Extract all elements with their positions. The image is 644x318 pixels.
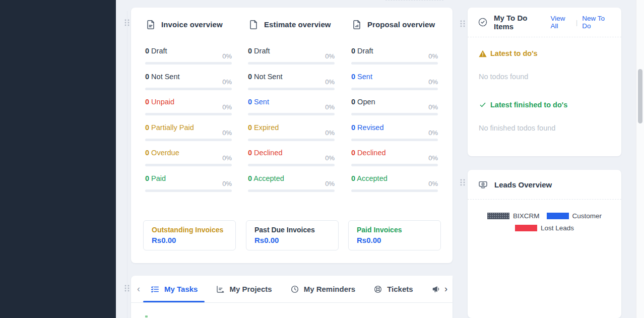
status-label: 0 Accepted bbox=[351, 174, 388, 182]
status-label: 0 Unpaid bbox=[145, 98, 174, 106]
status-label: 0 Overdue bbox=[145, 149, 179, 157]
status-progress-bar bbox=[351, 62, 438, 65]
estimate-file-icon bbox=[248, 19, 259, 32]
status-percent: 0% bbox=[325, 129, 335, 137]
summary-amount: Rs0.00 bbox=[152, 236, 227, 244]
status-percent: 0% bbox=[325, 78, 335, 86]
drag-handle-icon[interactable] bbox=[124, 19, 130, 27]
legend-item-bixcrm[interactable]: BIXCRM bbox=[487, 212, 540, 220]
status-row: 0 Declined0% bbox=[248, 149, 335, 174]
status-progress-bar bbox=[351, 88, 438, 90]
todo-card-header: My To Do Items View All | New To Do bbox=[468, 8, 621, 37]
status-percent: 0% bbox=[325, 103, 335, 111]
legend-label: BIXCRM bbox=[513, 212, 540, 220]
app-sidebar bbox=[0, 0, 116, 318]
status-progress-bar bbox=[145, 113, 232, 115]
status-label: 0 Expired bbox=[248, 123, 279, 132]
page-scrollbar-track[interactable] bbox=[636, 0, 644, 318]
tabs-scroll-left-icon[interactable]: ‹ bbox=[131, 284, 146, 294]
status-percent: 0% bbox=[222, 52, 232, 60]
status-progress-bar bbox=[248, 189, 335, 192]
overview-column-title: Proposal overview bbox=[367, 20, 435, 29]
tab-my-tasks[interactable]: My Tasks bbox=[150, 276, 198, 302]
tasks-icon bbox=[150, 285, 160, 294]
tab-tickets[interactable]: Tickets bbox=[373, 276, 413, 302]
status-count: 0 bbox=[248, 149, 252, 157]
status-label: 0 Partially Paid bbox=[145, 123, 194, 132]
status-label: 0 Paid bbox=[145, 174, 166, 182]
leads-card-header: Leads Overview bbox=[468, 170, 621, 200]
overview-column-title: Invoice overview bbox=[161, 20, 223, 29]
drag-handle-icon[interactable] bbox=[124, 284, 130, 292]
status-count: 0 bbox=[248, 98, 252, 106]
summary-title: Outstanding Invoices bbox=[152, 226, 227, 234]
status-count: 0 bbox=[145, 149, 149, 157]
page-scrollbar-thumb[interactable] bbox=[638, 69, 642, 123]
status-percent: 0% bbox=[325, 180, 335, 187]
tabs-scroll-right-icon[interactable]: › bbox=[439, 276, 453, 302]
status-row: 0 Draft0% bbox=[248, 47, 335, 73]
cutoff-task-marker bbox=[145, 315, 148, 317]
check-badge-icon bbox=[478, 17, 488, 27]
status-label: 0 Accepted bbox=[248, 174, 284, 182]
latest-todos-heading: Latest to do's bbox=[479, 49, 612, 57]
overview-column: Invoice overview0 Draft0%0 Not Sent0%0 U… bbox=[145, 19, 232, 200]
status-label: 0 Draft bbox=[351, 47, 373, 55]
dashed-guide-left bbox=[127, 11, 127, 318]
status-label: 0 Draft bbox=[248, 47, 270, 55]
status-label: 0 Sent bbox=[248, 98, 269, 106]
status-count: 0 bbox=[351, 149, 355, 157]
legend-row: BIXCRMCustomer bbox=[487, 212, 602, 220]
status-label: 0 Open bbox=[351, 98, 375, 106]
status-label: 0 Revised bbox=[351, 123, 384, 132]
summary-amount: Rs0.00 bbox=[254, 236, 330, 244]
invoice-summary-box: Outstanding InvoicesRs0.00 bbox=[143, 220, 236, 250]
status-label: 0 Declined bbox=[351, 149, 386, 157]
status-label: 0 Not Sent bbox=[248, 73, 283, 81]
overview-column-header: Estimate overview bbox=[248, 19, 335, 47]
finance-overview-card: Invoice overview0 Draft0%0 Not Sent0%0 U… bbox=[131, 8, 453, 263]
finished-todos-empty-text: No finished todos found bbox=[479, 124, 612, 132]
status-row: 0 Sent0% bbox=[248, 98, 335, 123]
status-progress-bar bbox=[248, 88, 335, 90]
view-all-link[interactable]: View All bbox=[550, 15, 571, 30]
status-percent: 0% bbox=[222, 103, 232, 111]
status-row: 0 Unpaid0% bbox=[145, 98, 232, 123]
status-percent: 0% bbox=[428, 103, 438, 111]
summary-amount: Rs0.00 bbox=[357, 236, 432, 244]
new-todo-link[interactable]: New To Do bbox=[582, 15, 611, 30]
tab-my-reminders[interactable]: My Reminders bbox=[290, 276, 356, 302]
legend-swatch bbox=[487, 213, 509, 219]
status-progress-bar bbox=[145, 139, 232, 141]
status-label: 0 Draft bbox=[145, 47, 167, 55]
status-progress-bar bbox=[351, 189, 438, 192]
drag-handle-icon[interactable] bbox=[460, 178, 466, 186]
status-row: 0 Accepted0% bbox=[351, 174, 438, 200]
todo-card: My To Do Items View All | New To Do Late… bbox=[468, 8, 621, 156]
status-label: 0 Not Sent bbox=[145, 73, 180, 81]
leads-chart-legend: BIXCRMCustomerLost Leads bbox=[468, 212, 621, 232]
legend-item-lost-leads[interactable]: Lost Leads bbox=[515, 224, 574, 232]
status-progress-bar bbox=[145, 88, 232, 90]
tabs-list: My TasksMy ProjectsMy RemindersTicketsAn… bbox=[146, 276, 453, 302]
status-row: 0 Partially Paid0% bbox=[145, 123, 232, 149]
finished-todos-heading: Latest finished to do's bbox=[479, 101, 612, 109]
status-row: 0 Revised0% bbox=[351, 123, 438, 149]
status-percent: 0% bbox=[428, 154, 438, 162]
warning-triangle-icon bbox=[479, 50, 487, 57]
projects-icon bbox=[216, 285, 225, 294]
legend-row: Lost Leads bbox=[515, 224, 574, 232]
overview-column-title: Estimate overview bbox=[264, 20, 331, 29]
tab-label: My Projects bbox=[229, 285, 272, 293]
leads-icon bbox=[478, 179, 488, 189]
drag-handle-icon[interactable] bbox=[460, 20, 466, 28]
legend-item-customer[interactable]: Customer bbox=[547, 212, 602, 220]
todo-card-title: My To Do Items bbox=[494, 14, 543, 31]
tab-my-projects[interactable]: My Projects bbox=[216, 276, 272, 302]
status-percent: 0% bbox=[428, 52, 438, 60]
home-tabs-card: ‹ My TasksMy ProjectsMy RemindersTickets… bbox=[131, 276, 453, 318]
status-count: 0 bbox=[248, 47, 252, 55]
status-percent: 0% bbox=[222, 180, 232, 187]
status-progress-bar bbox=[145, 164, 232, 166]
status-row: 0 Draft0% bbox=[145, 47, 232, 73]
